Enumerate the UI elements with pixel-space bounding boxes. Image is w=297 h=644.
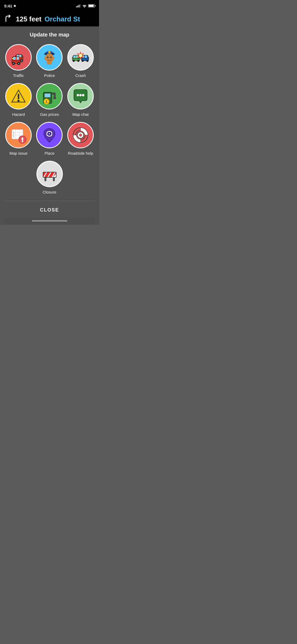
svg-rect-51 bbox=[53, 98, 56, 99]
place-item[interactable]: Place bbox=[35, 122, 64, 155]
mapissue-icon bbox=[9, 126, 28, 144]
police-label: Police bbox=[44, 73, 55, 78]
svg-rect-10 bbox=[13, 57, 16, 60]
battery-icon bbox=[88, 4, 95, 7]
roadside-label: Roadside help bbox=[68, 151, 93, 155]
nav-distance: 125 feet bbox=[16, 15, 41, 23]
closure-label: Closure bbox=[43, 190, 56, 194]
place-icon-circle bbox=[36, 122, 63, 148]
mapissue-item[interactable]: Map issue bbox=[4, 122, 33, 155]
wifi-icon bbox=[82, 4, 87, 7]
svg-point-15 bbox=[18, 63, 19, 64]
svg-rect-16 bbox=[12, 58, 13, 59]
svg-point-68 bbox=[49, 133, 50, 134]
hazard-icon-circle bbox=[5, 83, 32, 109]
traffic-item[interactable]: Traffic bbox=[4, 44, 33, 78]
place-icon bbox=[40, 126, 59, 144]
crash-label: Crash bbox=[75, 73, 86, 78]
svg-point-22 bbox=[45, 53, 54, 63]
bottom-row: Closure bbox=[4, 161, 95, 194]
svg-point-33 bbox=[77, 60, 79, 62]
svg-point-46 bbox=[17, 100, 20, 102]
traffic-icon bbox=[9, 48, 28, 67]
svg-rect-11 bbox=[17, 57, 19, 60]
svg-rect-3 bbox=[19, 55, 21, 57]
turn-arrow-icon bbox=[4, 15, 13, 23]
roadside-icon-circle bbox=[67, 122, 94, 148]
svg-point-13 bbox=[13, 63, 14, 64]
svg-point-32 bbox=[73, 60, 75, 62]
crash-item[interactable]: Crash bbox=[66, 44, 95, 78]
gas-item[interactable]: 1 Gas prices bbox=[35, 83, 64, 117]
hazard-item[interactable]: Hazard bbox=[4, 83, 33, 117]
police-icon-circle bbox=[36, 44, 63, 71]
svg-rect-17 bbox=[19, 58, 20, 59]
svg-point-21 bbox=[48, 51, 50, 53]
svg-point-38 bbox=[82, 60, 84, 62]
section-title: Update the map bbox=[4, 32, 95, 38]
place-label: Place bbox=[45, 151, 55, 155]
svg-rect-48 bbox=[44, 93, 51, 98]
svg-point-55 bbox=[79, 94, 82, 96]
gas-icon: 1 bbox=[40, 87, 59, 105]
svg-point-39 bbox=[86, 60, 88, 62]
status-bar: 5:41 bbox=[0, 0, 99, 12]
close-button[interactable]: CLOSE bbox=[40, 207, 59, 213]
close-section: CLOSE bbox=[4, 201, 95, 218]
status-icons bbox=[76, 4, 95, 7]
svg-point-41 bbox=[79, 54, 82, 57]
mapchat-label: Map chat bbox=[72, 112, 89, 117]
svg-rect-27 bbox=[47, 62, 52, 65]
mapchat-item[interactable]: Map chat bbox=[66, 83, 95, 117]
mapissue-label: Map issue bbox=[10, 151, 27, 155]
svg-point-23 bbox=[47, 57, 49, 58]
mapissue-icon-circle bbox=[5, 122, 32, 148]
svg-rect-50 bbox=[54, 93, 55, 98]
roadside-item[interactable]: Roadside help bbox=[66, 122, 95, 155]
status-time: 5:41 bbox=[4, 4, 16, 8]
police-item[interactable]: Police bbox=[35, 44, 64, 78]
gas-icon-circle: 1 bbox=[36, 83, 63, 109]
svg-point-26 bbox=[53, 57, 54, 59]
hazard-icon bbox=[9, 87, 28, 105]
nav-street: Orchard St bbox=[45, 15, 80, 23]
svg-rect-63 bbox=[22, 137, 23, 140]
svg-rect-45 bbox=[18, 94, 19, 99]
svg-rect-37 bbox=[85, 56, 87, 58]
home-indicator bbox=[4, 218, 95, 225]
time-text: 5:41 bbox=[4, 4, 12, 8]
crash-icon bbox=[71, 48, 90, 67]
svg-text:1: 1 bbox=[46, 100, 48, 104]
mapchat-icon bbox=[71, 87, 90, 105]
svg-point-7 bbox=[21, 60, 22, 62]
roadside-icon bbox=[71, 126, 90, 144]
closure-icon-circle bbox=[36, 161, 63, 187]
svg-point-25 bbox=[44, 57, 46, 59]
hazard-label: Hazard bbox=[12, 112, 25, 117]
signal-icon bbox=[76, 4, 81, 7]
svg-point-64 bbox=[22, 141, 23, 142]
nav-header: 125 feet Orchard St bbox=[0, 12, 99, 26]
traffic-label: Traffic bbox=[13, 73, 24, 78]
police-icon bbox=[40, 48, 59, 67]
svg-point-54 bbox=[77, 94, 79, 96]
svg-point-74 bbox=[79, 134, 82, 136]
closure-icon bbox=[40, 165, 59, 183]
svg-point-56 bbox=[82, 94, 84, 96]
location-icon bbox=[13, 4, 16, 7]
main-content: Update the map bbox=[0, 26, 99, 225]
svg-rect-30 bbox=[73, 56, 75, 58]
crash-icon-circle bbox=[67, 44, 94, 71]
items-grid: Traffic bbox=[4, 44, 95, 155]
traffic-icon-circle bbox=[5, 44, 32, 71]
svg-point-24 bbox=[50, 57, 52, 58]
mapchat-icon-circle bbox=[67, 83, 94, 109]
home-bar bbox=[32, 220, 67, 222]
gas-label: Gas prices bbox=[40, 112, 59, 117]
closure-item[interactable]: Closure bbox=[36, 161, 63, 194]
